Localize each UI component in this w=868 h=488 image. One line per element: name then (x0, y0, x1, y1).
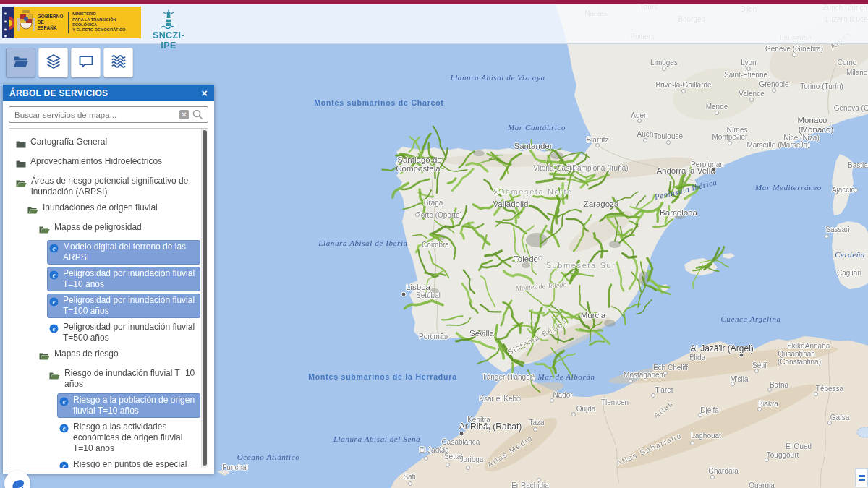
info-icon: e (59, 396, 69, 409)
folder-closed-icon (16, 138, 26, 151)
tree-item-label: Peligrosidad por inundación fluvial T=10… (63, 295, 197, 317)
tree-item[interactable]: Mapas de peligrosidad (37, 221, 208, 238)
tree-item-label: Riesgo a la población de origen fluvial … (73, 395, 197, 416)
tree-item-label: Aprovechamientos Hidroeléctricos (30, 156, 162, 167)
toolbar-button-layers[interactable] (38, 48, 68, 77)
widget-icon (9, 476, 25, 488)
info-icon: e (59, 423, 69, 436)
folder-open-icon (39, 223, 50, 236)
tree-item-label: Mapas de peligrosidad (54, 222, 142, 233)
app-header: GOBIERNO DE ESPAÑA MINISTERIO PARA LA TR… (0, 4, 868, 44)
tree-item[interactable]: Inundaciones de origen fluvial (25, 201, 208, 218)
scrollbar-thumb[interactable] (203, 130, 207, 466)
info-icon: e (49, 270, 59, 283)
ministry-line1: MINISTERIO (72, 12, 141, 17)
search-bar: ✕ (9, 106, 208, 123)
info-icon: e (49, 296, 59, 309)
svg-text:e: e (52, 325, 55, 333)
gov-line1: GOBIERNO (38, 14, 65, 20)
tree-item[interactable]: eRiesgo en puntos de especial importanci… (57, 458, 208, 468)
info-icon: e (59, 461, 69, 468)
svg-text:e: e (62, 425, 65, 432)
tree-item-label: Cartografía General (30, 137, 107, 147)
svg-text:e: e (52, 245, 55, 252)
ministry-line2: PARA LA TRANSICIÓN ECOLÓGICA (72, 17, 141, 28)
panel-header: ÁRBOL DE SERVICIOS × (3, 85, 214, 101)
tree-item[interactable]: eRiesgo a las actividades económicas de … (57, 420, 208, 455)
app-logo-text: SNCZI-IPE (147, 30, 190, 51)
tree-item-label: Peligrosidad por inundación fluvial T=50… (63, 322, 197, 343)
folder-closed-icon (16, 158, 26, 171)
panel-title: ÁRBOL DE SERVICIOS (9, 88, 108, 98)
tree-item[interactable]: Cartografía General (14, 135, 208, 153)
tree-item[interactable]: Riesgo de inundación fluvial T=10 años (47, 367, 208, 391)
tree-item[interactable]: Áreas de riesgo potencial significativo … (14, 174, 208, 199)
folder-open-icon (12, 53, 30, 73)
tree-item[interactable]: eRiesgo a la población de origen fluvial… (57, 393, 208, 418)
svg-text:e: e (62, 463, 65, 468)
coat-of-arms-icon (17, 9, 35, 36)
svg-text:e: e (52, 272, 55, 279)
toolbar-button-comments[interactable] (71, 48, 101, 77)
tree-item-label: Inundaciones de origen fluvial (43, 202, 158, 213)
folder-open-icon (39, 350, 50, 363)
tree-item-label: Áreas de riesgo potencial significativo … (31, 176, 197, 197)
waves-icon (110, 53, 127, 73)
folder-open-icon (27, 204, 38, 217)
spain-flag-icon (2, 7, 14, 38)
tree-item[interactable]: Mapas de riesgo (37, 347, 208, 364)
tree-item[interactable]: eModelo digital del terreno de las ARPSI (47, 240, 208, 265)
clear-search-icon[interactable]: ✕ (179, 110, 189, 119)
folder-open-icon (16, 177, 27, 190)
search-icon[interactable] (192, 109, 203, 123)
app-window: NantesToursBourgesDijonZürich (Zürich)Lu… (0, 0, 868, 488)
svg-text:e: e (62, 398, 65, 406)
gov-line2: DE ESPAÑA (38, 20, 65, 31)
tree-item[interactable]: Aprovechamientos Hidroeléctricos (14, 155, 208, 172)
snczi-ipe-logo[interactable]: SNCZI-IPE (147, 9, 190, 42)
tree-item-label: Riesgo a las actividades económicas de o… (73, 421, 197, 454)
bottom-right-widget[interactable] (855, 468, 868, 487)
services-tree-panel: ÁRBOL DE SERVICIOS × ✕ Cartografía Gener… (3, 85, 214, 474)
layers-icon (45, 53, 62, 73)
tree-item-label: Mapas de riesgo (54, 348, 119, 359)
toolbar-button-water[interactable] (103, 48, 133, 77)
tree-item-label: Modelo digital del terreno de las ARPSI (63, 241, 197, 263)
scrollbar[interactable] (201, 129, 208, 468)
map-toolbar (6, 48, 133, 77)
tree-item-label: Peligrosidad por inundación fluvial T=10… (63, 268, 197, 290)
lighthouse-icon (159, 9, 178, 29)
search-input[interactable] (9, 106, 208, 123)
tree-item[interactable]: ePeligrosidad por inundación fluvial T=1… (47, 267, 208, 291)
tree-item[interactable]: ePeligrosidad por inundación fluvial T=5… (47, 320, 208, 345)
close-icon[interactable]: × (202, 88, 208, 98)
info-icon: e (49, 323, 59, 336)
folder-open-icon (49, 369, 60, 382)
comment-icon (77, 53, 95, 73)
toolbar-button-services[interactable] (6, 48, 35, 77)
info-icon: e (49, 243, 59, 256)
tree-item-label: Riesgo de inundación fluvial T=10 años (64, 368, 197, 390)
ministry-line3: Y EL RETO DEMOGRÁFICO (72, 27, 141, 33)
top-accent-bar (0, 0, 868, 4)
svg-text:e: e (52, 299, 55, 306)
services-tree: Cartografía GeneralAprovechamientos Hidr… (9, 128, 208, 468)
tree-item-label: Riesgo en puntos de especial importancia… (73, 459, 197, 468)
tree-item[interactable]: ePeligrosidad por inundación fluvial T=1… (47, 294, 208, 318)
gobierno-de-espana-logo[interactable]: GOBIERNO DE ESPAÑA MINISTERIO PARA LA TR… (2, 7, 141, 38)
